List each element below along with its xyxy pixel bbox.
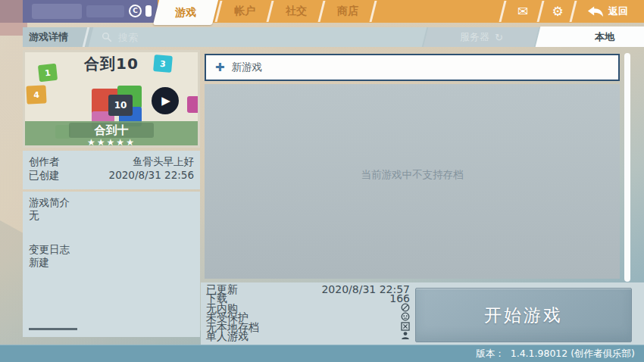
gear-icon: ⚙ bbox=[552, 4, 563, 19]
refresh-icon: ↻ bbox=[495, 32, 503, 43]
mail-button[interactable]: ✉ bbox=[509, 0, 536, 23]
new-game-button[interactable]: ✚ 新游戏 bbox=[205, 54, 620, 81]
tab-games-label: 游戏 bbox=[175, 6, 196, 20]
thumbnail-caption: 合到十 ★★★★★ bbox=[23, 121, 200, 146]
scrollbar[interactable] bbox=[624, 53, 630, 282]
tab-server[interactable]: 服务器 ↻ bbox=[424, 27, 539, 47]
tab-account-label: 帐户 bbox=[234, 5, 255, 18]
status-placeholder bbox=[32, 4, 82, 19]
tab-social-label: 社交 bbox=[286, 5, 307, 18]
no-local-save-icon bbox=[401, 322, 410, 331]
play-icon: ▶ bbox=[161, 94, 170, 108]
back-button[interactable]: 返回 bbox=[577, 0, 638, 23]
game-details-screen: 帐户 社交 商店 ✉ ⚙ 返回 C 游戏 游戏详情 bbox=[0, 0, 644, 362]
footer-bar: 版本： 1.4.1.98012 (创作者俱乐部) bbox=[0, 345, 644, 362]
rating-stars: ★★★★★ bbox=[87, 138, 136, 147]
tab-divider bbox=[570, 1, 577, 22]
status-strip: C bbox=[23, 0, 158, 23]
settings-button[interactable]: ⚙ bbox=[546, 0, 570, 23]
panel-underline bbox=[29, 328, 77, 330]
created-label: 已创建 bbox=[29, 168, 60, 182]
no-save-message: 当前游戏中不支持存档 bbox=[361, 168, 464, 195]
creator-row: 创作者 鱼骨头早上好 bbox=[29, 154, 194, 168]
back-button-label: 返回 bbox=[608, 5, 628, 18]
version-label: 版本： bbox=[476, 348, 505, 360]
stat-label: 单人游戏 bbox=[206, 332, 249, 341]
no-iap-icon bbox=[401, 303, 410, 312]
search-icon bbox=[102, 32, 112, 42]
back-arrow-icon bbox=[587, 5, 604, 17]
tab-games[interactable]: 游戏 bbox=[153, 0, 218, 25]
cube-1: 1 bbox=[38, 64, 58, 82]
description-panel: 游戏简介 无 变更日志 新建 bbox=[23, 192, 200, 337]
cube-3: 3 bbox=[153, 55, 173, 73]
tab-divider bbox=[537, 1, 545, 22]
page-title: 游戏详情 bbox=[29, 27, 68, 47]
status-placeholder bbox=[86, 5, 124, 17]
changelog-label: 变更日志 bbox=[29, 243, 194, 256]
creator-panel: 创作者 鱼骨头早上好 已创建 2020/8/31 22:56 bbox=[23, 151, 200, 189]
creator-value: 鱼骨头早上好 bbox=[133, 154, 194, 168]
start-game-button[interactable]: 开始游戏 bbox=[415, 288, 632, 342]
tab-local[interactable]: 本地 bbox=[536, 27, 644, 47]
cube-magenta bbox=[187, 96, 200, 113]
mail-icon: ✉ bbox=[517, 4, 528, 19]
corner-block bbox=[0, 0, 23, 23]
play-button[interactable]: ▶ bbox=[152, 87, 179, 114]
game-thumbnail[interactable]: 合到10 1 3 4 10 ▶ 合到十 ★★★★★ bbox=[23, 50, 200, 148]
coin-icon: C bbox=[129, 5, 142, 17]
single-player-icon bbox=[401, 331, 410, 340]
tab-social[interactable]: 社交 bbox=[272, 0, 320, 23]
tab-server-label: 服务器 bbox=[460, 30, 489, 44]
intro-label: 游戏简介 bbox=[29, 196, 194, 209]
start-game-label: 开始游戏 bbox=[484, 304, 563, 327]
currency-pill bbox=[145, 5, 152, 17]
search-box[interactable] bbox=[89, 27, 427, 47]
search-input[interactable] bbox=[117, 31, 392, 44]
version-value: 1.4.1.98012 (创作者俱乐部) bbox=[511, 348, 635, 360]
intro-value: 无 bbox=[29, 209, 194, 222]
created-row: 已创建 2020/8/31 22:56 bbox=[29, 168, 194, 182]
tab-divider bbox=[499, 1, 507, 22]
creator-label: 创作者 bbox=[29, 154, 60, 168]
new-game-label: 新游戏 bbox=[232, 61, 263, 74]
stat-single-player: 单人游戏 bbox=[206, 332, 410, 341]
tab-shop-label: 商店 bbox=[337, 5, 358, 18]
unprotected-icon bbox=[401, 312, 410, 321]
created-value: 2020/8/31 22:56 bbox=[109, 168, 194, 182]
changelog-value: 新建 bbox=[29, 256, 194, 269]
cube-4: 4 bbox=[26, 85, 46, 104]
tab-shop[interactable]: 商店 bbox=[324, 0, 372, 23]
game-stats: 已更新 2020/8/31 22:57 下载 166 无内购 未受保护 无本地存… bbox=[206, 285, 410, 341]
thumbnail-caption-title: 合到十 bbox=[69, 123, 154, 138]
tab-local-label: 本地 bbox=[595, 30, 614, 44]
cube-10: 10 bbox=[108, 95, 133, 116]
tab-account[interactable]: 帐户 bbox=[220, 0, 269, 23]
stat-updated: 已更新 2020/8/31 22:57 bbox=[206, 285, 410, 294]
plus-icon: ✚ bbox=[215, 61, 225, 74]
sub-bar: 游戏详情 服务器 ↻ 本地 bbox=[23, 27, 644, 47]
save-list-area: 当前游戏中不支持存档 bbox=[205, 84, 620, 279]
